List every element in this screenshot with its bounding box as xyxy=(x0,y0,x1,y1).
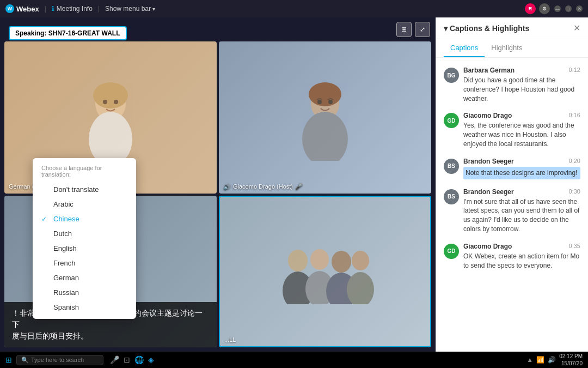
speaking-name: SHN7-16-GREAT WALL xyxy=(48,29,120,37)
right-panel: ▾ Captions & Highlights ✕ Captions Highl… xyxy=(436,17,588,352)
caption-content-5: Giacomo Drago 0:35 OK Webex, create an a… xyxy=(463,243,580,270)
avatar-gd-1: GD xyxy=(444,113,459,128)
caption-time-3: 0:20 xyxy=(569,158,580,165)
separator-1: | xyxy=(45,5,46,13)
video-cell-2: 🔊 Giacomo Drago (Host) 🎤 xyxy=(219,41,431,194)
caption-item-2: GD Giacomo Drago 0:16 Yes, the conferenc… xyxy=(436,107,588,153)
show-menu-label: Show menu bar xyxy=(105,5,151,13)
webex-logo: W Webex xyxy=(5,4,39,13)
panel-header: ▾ Captions & Highlights ✕ xyxy=(436,17,588,39)
captions-list: BG Barbara German 0:12 Did you have a go… xyxy=(436,58,588,352)
meeting-info-button[interactable]: ℹ Meeting Info xyxy=(52,5,93,13)
svg-point-4 xyxy=(114,100,118,104)
taskbar-search[interactable]: 🔍 Type here to search xyxy=(16,355,103,365)
avatar-bg-1: BG xyxy=(444,68,459,83)
panel-close-button[interactable]: ✕ xyxy=(573,23,580,33)
caption-item-4: BS Brandon Seeger 0:30 I'm not sure that… xyxy=(436,184,588,238)
taskbar-network-icon[interactable]: 📶 xyxy=(536,356,544,364)
maximize-button[interactable]: □ xyxy=(565,5,572,12)
caption-item-5: GD Giacomo Drago 0:35 OK Webex, create a… xyxy=(436,238,588,275)
taskbar-widget-icon[interactable]: ⊡ xyxy=(124,355,130,364)
taskbar-system-icons: ▲ 📶 🔊 02:12 PM 15/07/20 xyxy=(526,353,583,367)
svg-point-7 xyxy=(302,112,348,161)
language-dropdown[interactable]: Choose a language for translation: Don't… xyxy=(33,158,136,319)
minimize-button[interactable]: — xyxy=(554,5,561,12)
panel-title: ▾ Captions & Highlights xyxy=(444,24,529,33)
caption-text-3: Note that these designs are improving! xyxy=(463,167,580,179)
lang-label-chinese: Chinese xyxy=(53,215,79,223)
participant-name-2: Giacomo Drago (Host) xyxy=(233,183,293,190)
svg-point-9 xyxy=(328,100,333,104)
caption-item-3: BS Brandon Seeger 0:20 Note that these d… xyxy=(436,153,588,184)
video-feed-2 xyxy=(219,41,431,194)
caption-header-5: Giacomo Drago 0:35 xyxy=(463,243,580,250)
caption-name-3: Brandon Seeger xyxy=(463,158,514,165)
participant-label-4: ...LL xyxy=(224,336,236,343)
caption-text-1: Did you have a good time at the conferen… xyxy=(463,76,580,103)
taskbar-date-value: 15/07/20 xyxy=(559,360,583,367)
tab-highlights[interactable]: Highlights xyxy=(485,39,529,57)
check-icon-chinese: ✓ xyxy=(41,215,49,223)
user-icons-area: R ⚙ xyxy=(525,3,550,14)
svg-point-8 xyxy=(317,100,322,104)
panel-tabs: Captions Highlights xyxy=(436,39,588,58)
lang-dropdown-title: Choose a language for translation: xyxy=(33,162,136,182)
taskbar-time-value: 02:12 PM xyxy=(559,353,583,360)
expand-button[interactable]: ⤢ xyxy=(415,22,430,37)
lang-item-german[interactable]: German xyxy=(33,270,136,285)
lang-item-arabic[interactable]: Arabic xyxy=(33,197,136,212)
taskbar: ⊞ 🔍 Type here to search 🎤 ⊡ 🌐 ◈ ▲ 📶 🔊 02… xyxy=(0,352,588,368)
caption-text-2: Yes, the conference was good and the wea… xyxy=(463,121,580,148)
lang-label-russian: Russian xyxy=(53,288,79,297)
user-avatar-1: R xyxy=(525,3,536,14)
taskbar-chevron-icon[interactable]: ▲ xyxy=(526,356,533,364)
svg-point-22 xyxy=(332,251,351,273)
lang-label-english: English xyxy=(53,244,77,252)
taskbar-datetime: 02:12 PM 15/07/20 xyxy=(559,353,583,367)
lang-label-arabic: Arabic xyxy=(53,200,74,208)
lang-label-dont-translate: Don't translate xyxy=(53,185,99,194)
caption-name-5: Giacomo Drago xyxy=(463,243,512,250)
lang-item-french[interactable]: French xyxy=(33,256,136,270)
show-menu-button[interactable]: Show menu bar ▾ xyxy=(105,5,155,13)
info-icon: ℹ xyxy=(52,5,54,13)
taskbar-edge-icon[interactable]: ◈ xyxy=(148,355,154,364)
grid-view-button[interactable]: ⊞ xyxy=(396,22,412,37)
video-cell-4: ...LL xyxy=(219,196,431,348)
svg-point-6 xyxy=(309,82,341,106)
caption-text-5: OK Webex, create an action item for Mo t… xyxy=(463,252,580,270)
caption-content-3: Brandon Seeger 0:20 Note that these desi… xyxy=(463,158,580,179)
svg-point-2 xyxy=(89,112,132,161)
taskbar-mic-icon[interactable]: 🎤 xyxy=(110,355,119,364)
lang-item-dont-translate[interactable]: Don't translate xyxy=(33,182,136,197)
user-avatar-2: ⚙ xyxy=(539,3,550,14)
lang-item-chinese[interactable]: ✓ Chinese xyxy=(33,212,136,226)
webex-logo-icon: W xyxy=(5,4,14,13)
meeting-info-label: Meeting Info xyxy=(57,5,93,13)
caption-content-1: Barbara German 0:12 Did you have a good … xyxy=(463,67,580,103)
tab-captions[interactable]: Captions xyxy=(444,39,485,57)
caption-time-2: 0:16 xyxy=(569,112,580,119)
caption-header-1: Barbara German 0:12 xyxy=(463,67,580,74)
lang-item-russian[interactable]: Russian xyxy=(33,285,136,300)
panel-chevron-icon: ▾ xyxy=(444,24,448,33)
lang-item-english[interactable]: English xyxy=(33,241,136,256)
caption-time-5: 0:35 xyxy=(569,243,580,250)
taskbar-browser-icon[interactable]: 🌐 xyxy=(134,355,144,364)
caption-time-1: 0:12 xyxy=(569,67,580,74)
lang-item-dutch[interactable]: Dutch xyxy=(33,226,136,241)
lang-item-spanish[interactable]: Spanish xyxy=(33,300,136,315)
caption-header-3: Brandon Seeger 0:20 xyxy=(463,158,580,165)
caption-header-2: Giacomo Drago 0:16 xyxy=(463,112,580,119)
caption-content-4: Brandon Seeger 0:30 I'm not sure that al… xyxy=(463,188,580,234)
taskbar-volume-icon[interactable]: 🔊 xyxy=(548,356,556,364)
close-button[interactable]: ✕ xyxy=(576,5,583,12)
host-icon: 🔊 xyxy=(223,183,231,190)
mute-icon-2: 🎤 xyxy=(295,183,303,190)
search-placeholder: Type here to search xyxy=(31,357,84,363)
lang-label-spanish: Spanish xyxy=(53,303,79,311)
caption-name-1: Barbara German xyxy=(463,67,514,74)
windows-icon[interactable]: ⊞ xyxy=(5,355,12,364)
video-feed-4 xyxy=(220,197,430,347)
caption-time-4: 0:30 xyxy=(569,188,580,196)
